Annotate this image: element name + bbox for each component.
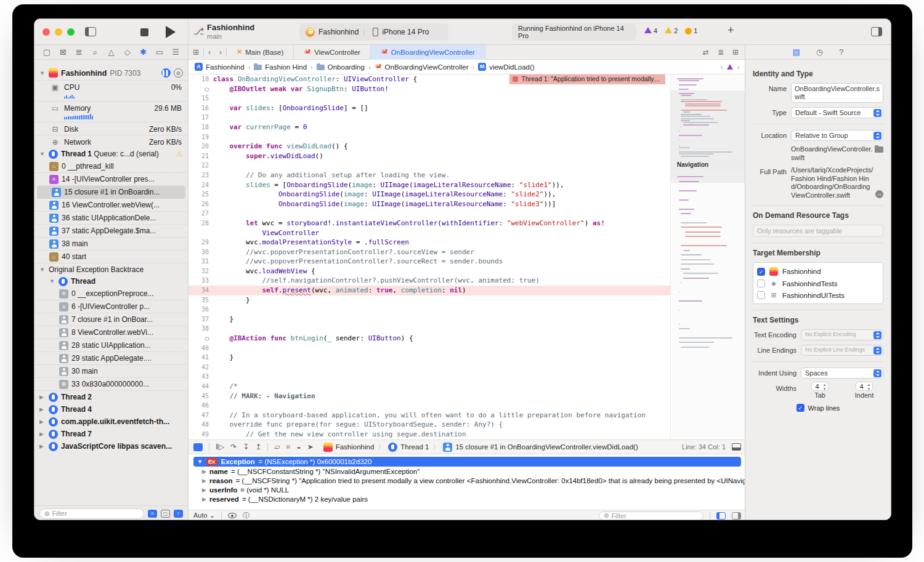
source-editor[interactable]: 10class OnBoardingViewController: UIView… (188, 74, 746, 440)
breadcrumb-item[interactable]: MviewDidLoad() (478, 63, 535, 71)
breakpoints-toggle-icon[interactable] (193, 443, 203, 451)
step-out-icon[interactable]: ↥ (255, 443, 261, 451)
thread-row[interactable]: ▶Thread 7 (34, 428, 188, 440)
target-checkbox[interactable] (757, 279, 765, 287)
variable-row[interactable]: ▶userInfo= (void *) NULL (188, 485, 746, 494)
code-line[interactable]: 32 wvc.loadWebView { (188, 267, 746, 276)
disclosure-triangle[interactable]: ▶ (39, 419, 46, 425)
view-process-by-icon[interactable]: ◍ (174, 68, 183, 78)
disclosure-triangle[interactable]: ▶ (39, 443, 46, 449)
gauge-disk[interactable]: ⊟DiskZero KB/s (34, 122, 188, 135)
toggle-navigator-icon[interactable] (85, 27, 96, 36)
code-line[interactable]: 18 var currenrPage = 0 (188, 122, 746, 132)
back-chevron-icon[interactable]: ‹ (204, 48, 215, 57)
breadcrumb-item[interactable]: Onboarding (317, 63, 365, 71)
project-navigator-icon[interactable]: ▢ (41, 47, 53, 57)
disclosure-triangle[interactable]: ▶ (39, 431, 46, 437)
forward-chevron-icon[interactable]: › (215, 48, 226, 57)
type-dropdown[interactable]: Default - Swift Source (791, 107, 883, 118)
breadcrumb-item[interactable]: Fashion Hind (254, 63, 307, 71)
minimap[interactable]: Navigation (670, 74, 746, 440)
console-toggle-icon[interactable] (732, 443, 741, 451)
stack-frame[interactable]: 37 static AppDelegate.$ma... (34, 225, 188, 238)
code-review-icon[interactable]: ⇄ (703, 48, 709, 57)
disclosure-triangle[interactable]: ▼ (39, 70, 46, 76)
pause-process-icon[interactable]: ▌▌ (161, 68, 171, 78)
code-line[interactable]: 37 } (188, 315, 746, 324)
history-inspector-icon[interactable]: ◷ (816, 47, 823, 57)
debug-breadcrumb-item[interactable]: 15 closure #1 in OnBoardingViewControlle… (443, 443, 638, 452)
code-line[interactable]: 33 //self.navigationController?.pushView… (188, 276, 746, 286)
stack-frame[interactable]: 16 ViewController.webView(... (34, 199, 188, 212)
console-filter-input[interactable]: ⊜ Filter (599, 512, 703, 520)
error-badge[interactable]: 4 (644, 27, 657, 34)
warning-badge[interactable]: 2 (665, 27, 678, 34)
next-issue-icon[interactable]: › (737, 63, 740, 71)
runtime-warning-badge[interactable]: 1 (685, 27, 697, 34)
stack-frame[interactable]: 29 static AppDelegate.... (34, 352, 188, 365)
target-row[interactable]: ✓Fashionhind (757, 265, 879, 278)
target-row[interactable]: ◈FashionhindTests (757, 278, 879, 289)
debug-breadcrumb-item[interactable]: Fashionhind (323, 443, 375, 452)
variables-scope-selector[interactable]: Auto ⌄ (193, 512, 215, 520)
tab-width-stepper[interactable]: 4▲▼ (811, 382, 828, 391)
text-encoding-dropdown[interactable]: No Explicit Encoding (801, 329, 883, 340)
symbol-navigator-icon[interactable]: ≣ (73, 47, 85, 57)
code-line[interactable]: ○ @IBAction func btnLogin(_ sender: UIBu… (188, 334, 746, 343)
runtime-error-annotation[interactable]: Thread 1: "Application tried to present … (509, 74, 665, 84)
continue-icon[interactable]: ‖▷ (216, 443, 224, 451)
thread-row[interactable]: ▶Thread 2 (34, 391, 188, 403)
location-dropdown[interactable]: Relative to Group (791, 130, 883, 141)
show-variables-pane-icon[interactable] (716, 512, 726, 520)
code-line[interactable]: 27 (188, 209, 746, 219)
code-line[interactable]: 22 (188, 161, 746, 171)
gauge-memory[interactable]: ▭Memory29.6 MB (34, 101, 188, 122)
code-line[interactable]: ○ @IBOutlet weak var SignupBtn: UIButton… (188, 84, 746, 94)
zoom-window-button[interactable] (67, 28, 75, 36)
previous-issue-icon[interactable]: ‹ (721, 63, 723, 71)
quicklook-eye-icon[interactable] (228, 513, 237, 518)
exception-row[interactable]: ▼ Ex Exception = (NSException *) 0x60000… (193, 457, 741, 467)
code-line[interactable]: 21 super.viewDidLoad() (188, 151, 746, 161)
debug-breadcrumb-item[interactable]: Thread 1 (388, 443, 429, 452)
show-console-pane-icon[interactable] (732, 512, 741, 520)
file-inspector-icon[interactable]: ▤ (793, 47, 800, 57)
name-field[interactable]: OnBoardingViewController.swift (791, 83, 883, 103)
show-crashed-threads-icon[interactable]: ≡ (148, 510, 157, 518)
code-line[interactable]: 23 // Do any additional setup after load… (188, 171, 746, 180)
thread-row[interactable]: ▼Thread (34, 275, 188, 287)
target-checkbox[interactable]: ✓ (757, 268, 765, 276)
code-line[interactable]: 34 self.present(wvc, animated: true, com… (188, 286, 746, 295)
code-line[interactable]: 47 // In a storyboard-based application,… (188, 411, 746, 420)
code-line[interactable]: 45 // MARK: - Navigation (188, 391, 746, 401)
step-into-icon[interactable]: ↧ (243, 443, 249, 451)
code-line[interactable]: 26 OnboardingSlide(image: UIImage(imageL… (188, 199, 746, 209)
test-navigator-icon[interactable]: ◇ (121, 47, 134, 57)
code-line[interactable]: 35 } (188, 295, 746, 305)
gauge-cpu[interactable]: ▣CPU0% (34, 80, 188, 101)
stack-frame[interactable]: 15 closure #1 in OnBoardin... (37, 186, 185, 199)
simulate-location-icon[interactable]: ➤ (307, 443, 314, 451)
code-line[interactable]: 19 (188, 132, 746, 142)
disclosure-triangle[interactable]: ▶ (39, 406, 46, 412)
runtime-issue-icon[interactable] (727, 64, 733, 70)
run-button[interactable] (166, 26, 176, 38)
debug-location-breadcrumb[interactable]: Fashionhind〉Thread 1〉15 closure #1 in On… (323, 443, 638, 452)
stack-frame[interactable]: ✳0 __exceptionPreproce... (34, 287, 188, 300)
code-line[interactable]: 48 override func prepare(for segue: UISt… (188, 420, 746, 430)
minimap-toggle-icon[interactable]: ≣ (718, 48, 724, 57)
code-line[interactable]: 44 /* (188, 382, 746, 391)
source-control-navigator-icon[interactable]: ⊠ (57, 47, 69, 57)
code-line[interactable]: 31 //wvc.popoverPresentationController?.… (188, 257, 746, 267)
thread-row[interactable]: ▶JavaScriptCore libpas scaven... (34, 440, 188, 452)
stop-button[interactable] (140, 28, 148, 36)
stack-frame[interactable]: 38 main (34, 238, 188, 251)
code-line[interactable]: 40 (188, 343, 746, 353)
variable-row[interactable]: ▶reason= (__NSCFString *) "Application t… (188, 476, 746, 485)
disclosure-triangle[interactable]: ▼ (39, 267, 46, 273)
toggle-inspector-icon[interactable] (871, 27, 882, 36)
thread-row[interactable]: ▶Thread 4 (34, 403, 188, 415)
report-navigator-icon[interactable]: ☰ (169, 47, 182, 57)
stack-frame[interactable]: 28 static UIApplication... (34, 339, 188, 352)
disclosure-triangle[interactable]: ▶ (39, 394, 46, 400)
